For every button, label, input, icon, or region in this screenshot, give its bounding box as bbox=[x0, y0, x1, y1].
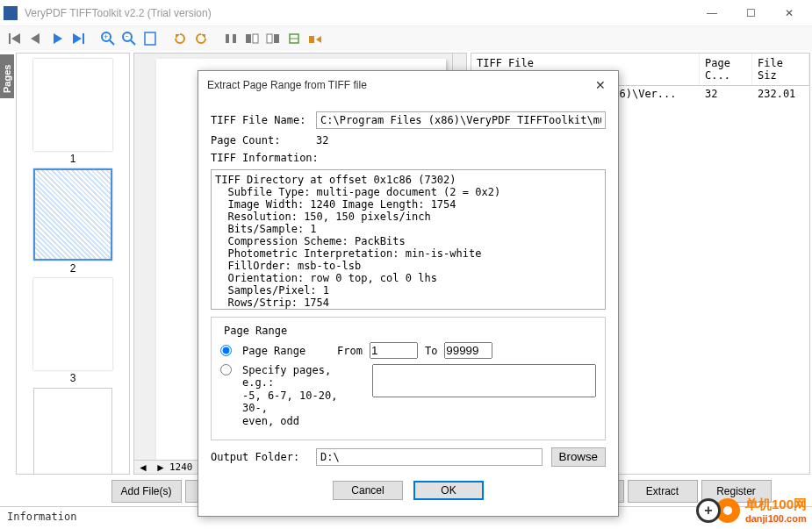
thumbnail-3[interactable]: 3 bbox=[29, 278, 117, 384]
pagecount-value: 32 bbox=[316, 134, 328, 147]
svg-rect-15 bbox=[226, 34, 229, 43]
ok-button[interactable]: OK bbox=[413, 481, 484, 500]
dialog-close-button[interactable]: ✕ bbox=[592, 76, 609, 94]
col-file-size[interactable]: File Siz bbox=[752, 54, 809, 85]
tool-3-icon[interactable] bbox=[263, 29, 283, 48]
svg-rect-0 bbox=[9, 33, 11, 44]
scroll-right-icon[interactable]: ► bbox=[152, 461, 169, 474]
pages-tab[interactable]: Pages bbox=[0, 54, 14, 98]
thumbnail-1[interactable]: 1 bbox=[29, 59, 117, 165]
to-label: To bbox=[425, 345, 437, 357]
watermark: + 单机100网 danji100.com bbox=[696, 497, 807, 524]
thumbnail-panel: 1 2 3 bbox=[16, 53, 130, 475]
scroll-left-icon[interactable]: ◄ bbox=[134, 461, 152, 474]
page-range-label: Page Range bbox=[242, 345, 330, 357]
svg-line-10 bbox=[131, 40, 135, 45]
page-range-radio[interactable] bbox=[220, 345, 232, 356]
extract-dialog: Extract Page Range from TIFF file ✕ TIFF… bbox=[198, 70, 619, 517]
toolbar: + - bbox=[0, 26, 812, 51]
prev-page-icon[interactable] bbox=[26, 29, 46, 48]
cancel-button[interactable]: Cancel bbox=[333, 481, 403, 500]
svg-marker-14 bbox=[201, 34, 205, 39]
watermark-text-2: danji100.com bbox=[745, 513, 807, 524]
svg-marker-4 bbox=[73, 33, 82, 44]
window-titlebar: VeryPDF TIFFToolkit v2.2 (Trial version)… bbox=[0, 0, 812, 26]
from-label: From bbox=[337, 345, 363, 357]
minimize-button[interactable]: — bbox=[693, 0, 731, 26]
maximize-button[interactable]: ☐ bbox=[731, 0, 770, 26]
tool-4-icon[interactable] bbox=[284, 29, 304, 48]
zoom-in-icon[interactable]: + bbox=[98, 29, 118, 48]
svg-marker-3 bbox=[54, 33, 62, 44]
thumbnail-4[interactable] bbox=[29, 388, 117, 475]
svg-rect-16 bbox=[233, 34, 236, 43]
from-field[interactable] bbox=[370, 342, 418, 359]
svg-marker-2 bbox=[31, 33, 40, 44]
extract-button[interactable]: Extract bbox=[628, 480, 698, 503]
add-files-button[interactable]: Add File(s) bbox=[111, 480, 182, 503]
dialog-titlebar: Extract Page Range from TIFF file ✕ bbox=[198, 71, 618, 99]
tool-2-icon[interactable] bbox=[242, 29, 262, 48]
output-folder-label: Output Folder: bbox=[211, 451, 307, 463]
app-icon bbox=[4, 6, 18, 20]
svg-marker-13 bbox=[176, 34, 180, 39]
next-page-icon[interactable] bbox=[47, 29, 67, 48]
rotate-right-icon[interactable] bbox=[191, 29, 211, 48]
svg-marker-24 bbox=[316, 36, 321, 43]
browse-button[interactable]: Browse bbox=[551, 447, 606, 467]
svg-rect-17 bbox=[246, 34, 251, 43]
fit-page-icon[interactable] bbox=[140, 29, 160, 48]
specify-pages-radio[interactable] bbox=[220, 364, 232, 375]
close-button[interactable]: ✕ bbox=[770, 0, 808, 26]
svg-rect-5 bbox=[83, 33, 84, 44]
col-page-count[interactable]: Page C... bbox=[700, 54, 752, 85]
last-page-icon[interactable] bbox=[68, 29, 88, 48]
output-folder-field[interactable] bbox=[316, 448, 543, 466]
tiff-info-label: TIFF Information: bbox=[211, 152, 319, 164]
svg-marker-1 bbox=[11, 33, 20, 44]
watermark-text-1: 单机100网 bbox=[745, 497, 807, 513]
tool-1-icon[interactable] bbox=[221, 29, 241, 48]
status-label: Information bbox=[7, 511, 76, 523]
preview-info: 1240 bbox=[169, 461, 193, 473]
first-page-icon[interactable] bbox=[5, 29, 25, 48]
page-range-legend: Page Range bbox=[220, 325, 291, 337]
filename-field[interactable] bbox=[316, 111, 606, 129]
watermark-logo-icon: + bbox=[696, 498, 740, 523]
dialog-title: Extract Page Range from TIFF file bbox=[207, 79, 592, 91]
filename-label: TIFF File Name: bbox=[211, 114, 307, 126]
svg-rect-19 bbox=[267, 34, 272, 43]
svg-rect-12 bbox=[145, 32, 155, 45]
specify-pages-label: Specify pages, e.g.: -5, 6-7, 10-20, 30-… bbox=[242, 364, 365, 427]
svg-line-7 bbox=[110, 40, 114, 45]
page-range-fieldset: Page Range Page Range From To Specify pa… bbox=[211, 317, 606, 440]
svg-rect-18 bbox=[253, 34, 258, 43]
zoom-out-icon[interactable]: - bbox=[119, 29, 139, 48]
svg-rect-23 bbox=[309, 36, 314, 43]
svg-text:-: - bbox=[126, 32, 128, 40]
specify-pages-field[interactable] bbox=[372, 364, 596, 397]
tool-5-icon[interactable] bbox=[305, 29, 325, 48]
to-field[interactable] bbox=[444, 342, 492, 359]
svg-text:+: + bbox=[104, 32, 108, 41]
rotate-left-icon[interactable] bbox=[170, 29, 190, 48]
tiff-info-box[interactable]: TIFF Directory at offset 0x1c86 (7302) S… bbox=[211, 169, 606, 310]
window-title: VeryPDF TIFFToolkit v2.2 (Trial version) bbox=[25, 7, 693, 19]
pagecount-label: Page Count: bbox=[211, 134, 307, 147]
thumbnail-2[interactable]: 2 bbox=[29, 168, 117, 275]
svg-rect-20 bbox=[274, 34, 279, 43]
